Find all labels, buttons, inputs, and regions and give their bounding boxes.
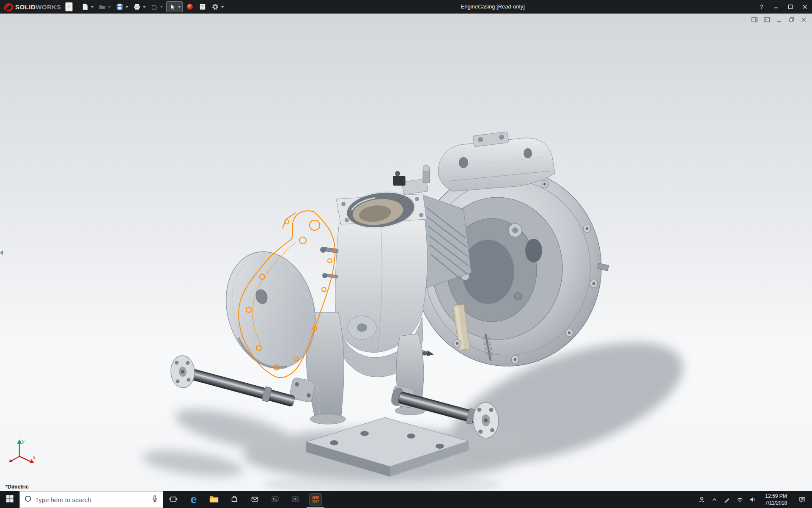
new-document-button[interactable] xyxy=(80,1,95,12)
reference-triad: y x xyxy=(4,436,40,473)
action-center-button[interactable] xyxy=(793,491,811,508)
microphone-icon[interactable] xyxy=(151,495,159,504)
search-input[interactable] xyxy=(35,496,148,503)
clock-time: 12:59 PM xyxy=(759,493,793,500)
save-icon xyxy=(115,3,124,11)
options-button[interactable] xyxy=(210,1,225,12)
taskbar-clock[interactable]: 12:59 PM 7/11/2018 xyxy=(759,493,793,506)
doc-close-button[interactable] xyxy=(799,16,808,23)
minimize-button[interactable] xyxy=(769,0,783,14)
appearance-button[interactable] xyxy=(184,1,195,12)
mail-button[interactable] xyxy=(244,491,265,508)
solidworks-logo-area: SOLIDWORKS xyxy=(0,0,65,14)
sheet-properties-button[interactable] xyxy=(197,1,208,12)
triad-y-label: y xyxy=(22,439,25,444)
terminal-button[interactable] xyxy=(265,491,285,508)
quick-access-toolbar xyxy=(79,0,226,14)
brand-solid-label: SOLID xyxy=(15,3,36,11)
edge-button[interactable]: e xyxy=(184,491,204,508)
gear-icon xyxy=(211,3,219,11)
movies-tv-icon xyxy=(291,495,299,504)
tray-expand-button[interactable] xyxy=(708,491,721,508)
task-view-icon xyxy=(169,495,178,504)
print-button[interactable] xyxy=(132,1,147,12)
mail-icon xyxy=(251,495,259,504)
document-window-controls xyxy=(750,16,808,23)
start-button[interactable] xyxy=(0,491,19,508)
windows-taskbar: e SW xyxy=(0,491,812,508)
maximize-button[interactable] xyxy=(783,0,798,14)
file-explorer-icon xyxy=(209,495,219,504)
doc-minimize-button[interactable] xyxy=(775,16,783,23)
pen-button[interactable] xyxy=(721,491,733,508)
appearance-sphere-icon xyxy=(186,3,194,11)
brand-works-label: WORKS xyxy=(36,3,61,11)
undo-icon xyxy=(150,3,159,11)
taskbar-search[interactable] xyxy=(19,491,163,508)
close-button[interactable] xyxy=(798,0,812,14)
pane-right-icon[interactable] xyxy=(763,16,771,23)
solidworks-taskbar-button[interactable]: SW 2017 xyxy=(305,491,326,508)
dassault-systemes-logo-icon xyxy=(3,3,14,11)
store-button[interactable] xyxy=(224,491,244,508)
edge-icon: e xyxy=(190,494,197,505)
feature-pane-collapse-arrow[interactable] xyxy=(0,249,4,257)
select-cursor-icon xyxy=(168,3,176,11)
network-button[interactable] xyxy=(733,491,746,508)
open-folder-icon xyxy=(98,3,107,11)
solidworks-app-icon: SW 2017 xyxy=(309,493,322,506)
doc-restore-button[interactable] xyxy=(787,16,796,23)
print-icon xyxy=(133,3,141,11)
engine-casing-model[interactable] xyxy=(0,14,812,491)
sheet-icon xyxy=(198,3,207,11)
solidworks-window: SOLIDWORKS xyxy=(0,0,812,508)
open-button[interactable] xyxy=(97,1,112,12)
file-explorer-button[interactable] xyxy=(204,491,224,508)
pane-left-icon[interactable] xyxy=(750,16,759,23)
undo-button[interactable] xyxy=(149,1,165,12)
window-controls: ? xyxy=(754,0,812,14)
graphics-area[interactable]: y x *Dimetric xyxy=(0,14,812,491)
title-bar: SOLIDWORKS xyxy=(0,0,812,14)
windows-logo-icon xyxy=(6,495,14,504)
people-button[interactable] xyxy=(695,491,708,508)
clock-date: 7/11/2018 xyxy=(759,500,793,506)
task-view-button[interactable] xyxy=(163,491,184,508)
movies-tv-button[interactable] xyxy=(285,491,305,508)
system-tray: 12:59 PM 7/11/2018 xyxy=(695,491,812,508)
help-button[interactable]: ? xyxy=(754,0,769,14)
volume-button[interactable] xyxy=(746,491,759,508)
orientation-label: *Dimetric xyxy=(5,484,29,490)
cortana-icon xyxy=(24,495,32,504)
new-document-icon xyxy=(81,3,89,11)
save-button[interactable] xyxy=(114,1,130,12)
select-tool-button[interactable] xyxy=(166,1,183,12)
toolbar-expand-arrow[interactable] xyxy=(65,2,73,11)
store-icon xyxy=(230,495,238,504)
triad-x-label: x xyxy=(33,455,36,460)
document-title: EngineCasing [Read-only] xyxy=(461,0,524,14)
terminal-icon xyxy=(271,495,279,504)
